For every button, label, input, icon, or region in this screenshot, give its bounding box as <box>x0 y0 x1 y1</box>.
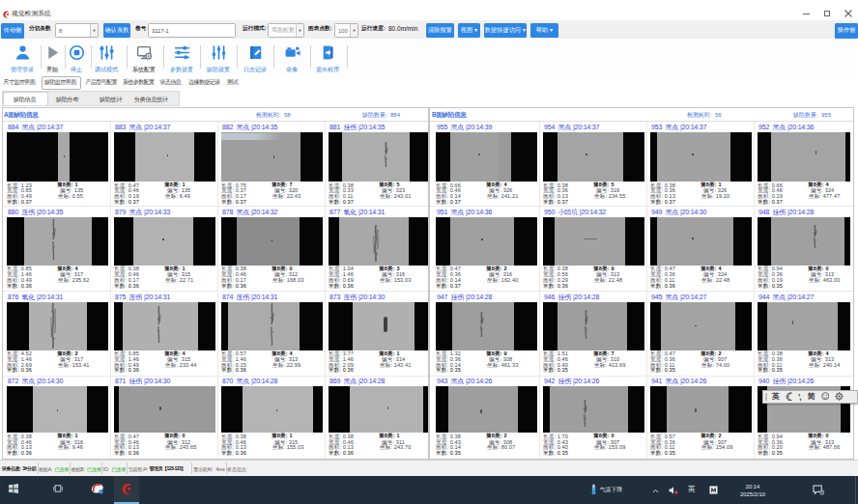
svg-text:6: 6 <box>821 490 823 494</box>
